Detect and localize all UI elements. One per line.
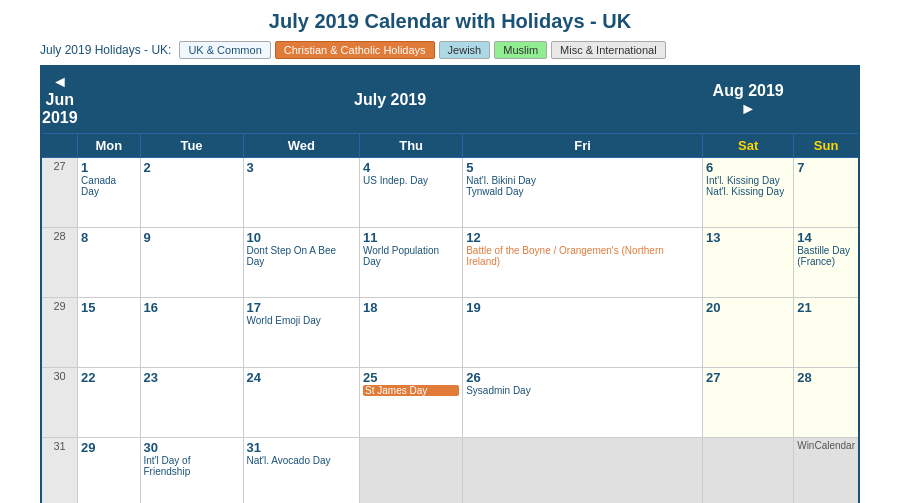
holiday-event: St James Day — [363, 385, 459, 396]
next-nav[interactable]: Aug 2019 ► — [703, 66, 794, 134]
day-number: 1 — [81, 160, 136, 175]
day-number: 13 — [706, 230, 790, 245]
holiday-event: Sysadmin Day — [466, 385, 699, 396]
legend-muslim-button[interactable]: Muslim — [494, 41, 547, 59]
holiday-event: US Indep. Day — [363, 175, 459, 186]
day-cell[interactable]: 2 — [140, 158, 243, 228]
day-cell[interactable]: 3 — [243, 158, 360, 228]
day-number: 28 — [797, 370, 855, 385]
week-row: 3022232425St James Day26Sysadmin Day2728 — [41, 368, 859, 438]
day-cell[interactable]: 22 — [78, 368, 140, 438]
day-number: 10 — [247, 230, 357, 245]
day-cell[interactable]: 23 — [140, 368, 243, 438]
day-number: 17 — [247, 300, 357, 315]
day-cell[interactable] — [703, 438, 794, 504]
day-number: 22 — [81, 370, 136, 385]
legend-label: July 2019 Holidays - UK: — [40, 43, 171, 57]
week-row: 312930Int'l Day of Friendship31Nat'l. Av… — [41, 438, 859, 504]
header-mon: Mon — [78, 134, 140, 158]
day-cell[interactable]: 13 — [703, 228, 794, 298]
day-cell[interactable]: 8 — [78, 228, 140, 298]
week-row: 271Canada Day234US Indep. Day5Nat'l. Bik… — [41, 158, 859, 228]
holiday-event: Battle of the Boyne / Orangemen's (North… — [466, 245, 699, 267]
day-cell[interactable]: 7 — [794, 158, 859, 228]
day-cell[interactable]: 28 — [794, 368, 859, 438]
prev-nav[interactable]: ◄ Jun 2019 — [41, 66, 78, 134]
day-number: 6 — [706, 160, 790, 175]
day-cell[interactable]: 11World Population Day — [360, 228, 463, 298]
day-cell[interactable]: 31Nat'l. Avocado Day — [243, 438, 360, 504]
day-number: 21 — [797, 300, 855, 315]
day-number: 25 — [363, 370, 459, 385]
day-cell[interactable]: 24 — [243, 368, 360, 438]
day-cell[interactable]: 4US Indep. Day — [360, 158, 463, 228]
day-cell[interactable]: WinCalendar — [794, 438, 859, 504]
day-cell[interactable]: 21 — [794, 298, 859, 368]
week-number: 29 — [41, 298, 78, 368]
day-number: 14 — [797, 230, 855, 245]
day-number: 23 — [144, 370, 240, 385]
holiday-event: Int'l. Kissing Day — [706, 175, 790, 186]
day-number: 30 — [144, 440, 240, 455]
day-cell[interactable]: 1Canada Day — [78, 158, 140, 228]
day-cell[interactable]: 25St James Day — [360, 368, 463, 438]
day-cell[interactable]: 19 — [463, 298, 703, 368]
legend-misc-button[interactable]: Misc & International — [551, 41, 666, 59]
day-cell[interactable]: 27 — [703, 368, 794, 438]
day-number: 26 — [466, 370, 699, 385]
month-title: July 2019 — [78, 66, 703, 134]
legend-uk-button[interactable]: UK & Common — [179, 41, 270, 59]
holiday-event: Bastille Day (France) — [797, 245, 855, 267]
day-cell[interactable]: 16 — [140, 298, 243, 368]
day-cell[interactable]: 26Sysadmin Day — [463, 368, 703, 438]
day-cell[interactable]: 5Nat'l. Bikini DayTynwald Day — [463, 158, 703, 228]
day-cell[interactable]: 30Int'l Day of Friendship — [140, 438, 243, 504]
day-cell[interactable] — [463, 438, 703, 504]
legend-christian-button[interactable]: Christian & Catholic Holidays — [275, 41, 435, 59]
day-cell[interactable] — [360, 438, 463, 504]
day-number: 9 — [144, 230, 240, 245]
day-number: 16 — [144, 300, 240, 315]
holiday-event: Nat'l. Bikini Day — [466, 175, 699, 186]
holiday-event: Dont Step On A Bee Day — [247, 245, 357, 267]
day-cell[interactable]: 9 — [140, 228, 243, 298]
header-sat: Sat — [703, 134, 794, 158]
day-number: 18 — [363, 300, 459, 315]
day-cell[interactable]: 29 — [78, 438, 140, 504]
day-cell[interactable]: 18 — [360, 298, 463, 368]
day-number: 29 — [81, 440, 136, 455]
day-cell[interactable]: 15 — [78, 298, 140, 368]
day-cell[interactable]: 20 — [703, 298, 794, 368]
day-number: 8 — [81, 230, 136, 245]
header-fri: Fri — [463, 134, 703, 158]
week-number: 30 — [41, 368, 78, 438]
day-cell[interactable]: 14Bastille Day (France) — [794, 228, 859, 298]
day-number: 20 — [706, 300, 790, 315]
day-cell[interactable]: 6Int'l. Kissing DayNat'l. Kissing Day — [703, 158, 794, 228]
day-number: 31 — [247, 440, 357, 455]
week-row: 29151617World Emoji Day18192021 — [41, 298, 859, 368]
week-row: 288910Dont Step On A Bee Day11World Popu… — [41, 228, 859, 298]
day-cell[interactable]: 10Dont Step On A Bee Day — [243, 228, 360, 298]
legend-row: July 2019 Holidays - UK: UK & Common Chr… — [40, 41, 860, 59]
day-number: 3 — [247, 160, 357, 175]
header-sun: Sun — [794, 134, 859, 158]
holiday-event: World Emoji Day — [247, 315, 357, 326]
holiday-event: Int'l Day of Friendship — [144, 455, 240, 477]
day-number: 19 — [466, 300, 699, 315]
day-number: 2 — [144, 160, 240, 175]
holiday-event: Nat'l. Kissing Day — [706, 186, 790, 197]
day-number: 7 — [797, 160, 855, 175]
day-number: 12 — [466, 230, 699, 245]
calendar-header: ◄ Jun 2019 July 2019 Aug 2019 ► — [41, 66, 859, 134]
header-thu: Thu — [360, 134, 463, 158]
day-cell[interactable]: 17World Emoji Day — [243, 298, 360, 368]
week-number: 28 — [41, 228, 78, 298]
day-number: 5 — [466, 160, 699, 175]
day-number: 24 — [247, 370, 357, 385]
legend-jewish-button[interactable]: Jewish — [439, 41, 491, 59]
day-cell[interactable]: 12Battle of the Boyne / Orangemen's (Nor… — [463, 228, 703, 298]
holiday-event: Nat'l. Avocado Day — [247, 455, 357, 466]
holiday-event: Canada Day — [81, 175, 136, 197]
holiday-event: World Population Day — [363, 245, 459, 267]
